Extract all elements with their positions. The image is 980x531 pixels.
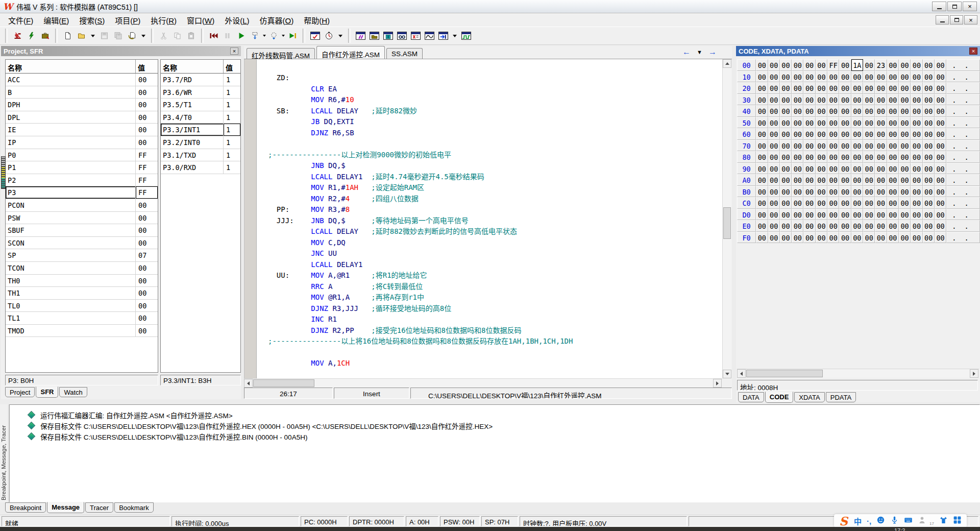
sfr-value[interactable]: 00 [135, 300, 158, 312]
tab-watch[interactable]: Watch [59, 387, 87, 397]
memory-cell[interactable]: 00 [863, 128, 875, 140]
ime-keyboard-icon[interactable] [904, 516, 913, 526]
memory-cell[interactable]: 00 [839, 163, 851, 175]
memory-cell[interactable]: 00 [780, 186, 792, 198]
tab-data[interactable]: DATA [738, 392, 764, 402]
menu-item-窗口-w[interactable]: 窗口(W) [182, 15, 219, 27]
memory-cell[interactable]: 00 [827, 117, 839, 129]
memory-cell[interactable]: 00 [792, 232, 803, 244]
memory-cell[interactable]: 00 [923, 71, 935, 83]
tab-project[interactable]: Project [5, 387, 35, 397]
sfr-row-p3-6-wr[interactable]: P3.6/WR1 [161, 86, 240, 99]
sfr-row-tmod[interactable]: TMOD00 [6, 325, 158, 337]
sfr-row-psw[interactable]: PSW00 [6, 212, 158, 225]
memory-cell[interactable]: 00 [803, 94, 815, 106]
memory-cell[interactable]: 00 [911, 232, 922, 244]
memory-cell[interactable]: 00 [923, 220, 935, 232]
memory-cell[interactable]: 00 [911, 163, 922, 175]
memory-table[interactable]: 00000000000000FF001A00230000000000. . . … [737, 59, 980, 244]
close-button[interactable]: × [963, 2, 977, 11]
memory-cell[interactable]: 00 [768, 82, 780, 94]
memory-cell[interactable]: 00 [923, 209, 935, 221]
ime-skin-icon[interactable] [939, 516, 948, 526]
memory-hscroll-thumb[interactable] [746, 370, 823, 377]
timer-dropdown-icon[interactable] [338, 35, 342, 37]
breakpoint-settings-icon[interactable] [308, 29, 322, 42]
memory-cell[interactable]: 00 [935, 71, 946, 83]
trace-into-dropdown-icon[interactable] [263, 35, 266, 37]
sfr-value[interactable]: 1 [223, 124, 240, 136]
sfr-row-scon[interactable]: SCON00 [6, 237, 158, 250]
menu-item-搜索-s[interactable]: 搜索(S) [74, 15, 110, 27]
memory-cell[interactable]: 00 [863, 232, 875, 244]
memory-cell[interactable]: 00 [827, 94, 839, 106]
tab-tracer[interactable]: Tracer [85, 502, 113, 513]
sfr-row-p1[interactable]: P1FF [6, 161, 158, 174]
memory-cell[interactable]: 00 [768, 209, 780, 221]
menu-item-项目-p[interactable]: 项目(P) [110, 15, 145, 27]
sfr-value[interactable]: 1 [223, 149, 240, 161]
memory-cell[interactable]: 00 [827, 151, 839, 163]
ime-emoji-icon[interactable] [876, 516, 885, 526]
memory-cell[interactable]: 00 [839, 117, 851, 129]
sfr-row-b[interactable]: B00 [6, 86, 158, 99]
memory-cell[interactable]: 00 [756, 71, 768, 83]
memory-cell[interactable]: 00 [780, 174, 792, 186]
sfr-row-p3[interactable]: P3FF [6, 186, 158, 199]
memory-cell[interactable]: 00 [935, 197, 946, 209]
memory-cell[interactable]: 00 [875, 220, 887, 232]
memory-cell[interactable]: 00 [851, 71, 863, 83]
sfr-row-ip[interactable]: IP00 [6, 136, 158, 149]
sfr-value[interactable]: 1 [223, 136, 240, 149]
memory-cell[interactable]: 00 [780, 117, 792, 129]
sfr-value[interactable]: 00 [135, 136, 158, 149]
column-name-header[interactable]: 名称 [6, 60, 135, 73]
memory-cell[interactable]: 00 [839, 209, 851, 221]
message-row[interactable]: 保存目标文件 C:\USERS\DELL\DESKTOP\V福\123\自作红外… [10, 420, 979, 431]
memory-cell[interactable]: 00 [792, 186, 803, 198]
memory-cell[interactable]: 00 [935, 163, 946, 175]
memory-cell[interactable]: 00 [768, 128, 780, 140]
sfr-value[interactable]: 00 [135, 325, 158, 337]
memory-cell[interactable]: 00 [911, 117, 922, 129]
tab-bookmark[interactable]: Bookmark [114, 502, 154, 513]
memory-cell[interactable]: 00 [875, 128, 887, 140]
memory-cell[interactable]: 00 [768, 59, 780, 71]
mdi-restore-button[interactable] [950, 15, 963, 25]
memory-cell[interactable]: 00 [851, 197, 863, 209]
memory-cell[interactable]: 00 [803, 197, 815, 209]
memory-cell[interactable]: 00 [780, 59, 792, 71]
memory-cell[interactable]: 00 [768, 197, 780, 209]
sfr-value[interactable]: 1 [223, 74, 240, 86]
memory-cell[interactable]: 00 [935, 220, 946, 232]
memory-cell[interactable]: 00 [851, 140, 863, 152]
memory-cell[interactable]: 00 [756, 186, 768, 198]
memory-cell[interactable]: 00 [863, 220, 875, 232]
memory-cell[interactable]: 00 [768, 71, 780, 83]
sfr-row-dph[interactable]: DPH00 [6, 99, 158, 111]
editor-tab-ss-asm[interactable]: SS.ASM [386, 48, 423, 59]
sfr-value[interactable]: 00 [135, 275, 158, 287]
menu-item-帮助-h[interactable]: 帮助(H) [299, 15, 335, 27]
memory-cell[interactable]: 00 [768, 174, 780, 186]
memory-cell[interactable]: 00 [911, 209, 922, 221]
assemble-icon[interactable] [11, 29, 24, 42]
memory-cell[interactable]: 00 [803, 71, 815, 83]
memory-cell[interactable]: 00 [839, 220, 851, 232]
memory-cell[interactable]: 00 [756, 209, 768, 221]
memory-cell[interactable]: 00 [863, 174, 875, 186]
memory-cell[interactable]: 00 [803, 186, 815, 198]
memory-cell[interactable]: 00 [863, 151, 875, 163]
memory-cell[interactable]: 00 [803, 140, 815, 152]
memory-cell[interactable]: 00 [899, 232, 911, 244]
memory-cell[interactable]: 00 [863, 94, 875, 106]
memory-cell[interactable]: 00 [756, 174, 768, 186]
memory-cell[interactable]: 00 [768, 140, 780, 152]
memory-cell[interactable]: 00 [768, 163, 780, 175]
sfr-value[interactable]: FF [135, 174, 158, 186]
memory-cell[interactable]: 00 [816, 140, 827, 152]
memory-cell[interactable]: 00 [887, 209, 899, 221]
sfr-row-pcon[interactable]: PCON00 [6, 199, 158, 212]
memory-cell[interactable]: 00 [756, 59, 768, 71]
memory-cell[interactable]: 00 [923, 151, 935, 163]
